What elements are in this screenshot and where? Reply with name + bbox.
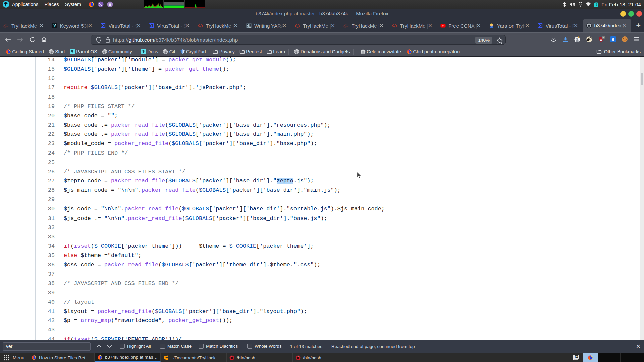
svg-text:S: S <box>612 37 614 42</box>
svg-text:4: 4 <box>602 36 604 39</box>
svg-text:z²: z² <box>575 355 578 359</box>
